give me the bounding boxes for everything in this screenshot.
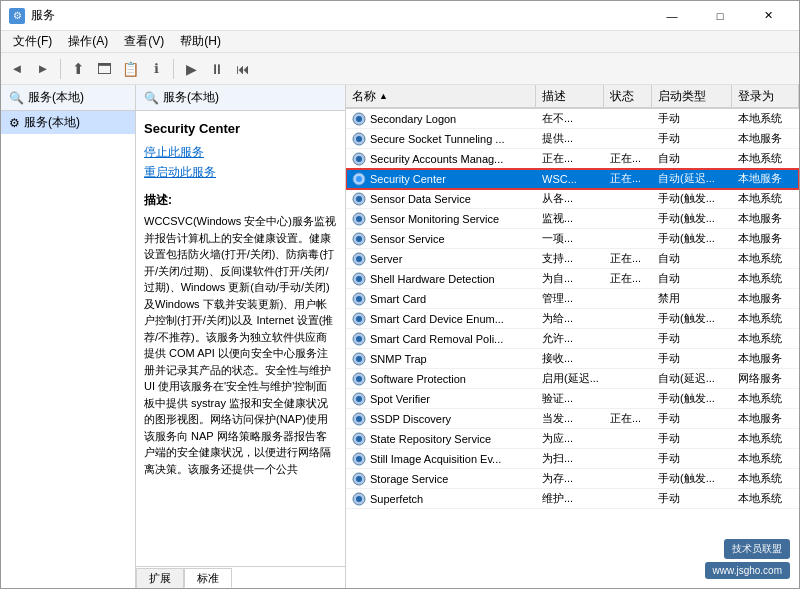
toolbar-separator-2: [173, 59, 174, 79]
table-row[interactable]: SNMP Trap 接收... 手动 本地服务: [346, 349, 799, 369]
service-icon: [352, 272, 366, 286]
cell-service-login: 本地系统: [732, 189, 799, 208]
table-row[interactable]: Sensor Service 一项... 手动(触发... 本地服务: [346, 229, 799, 249]
show-hide-button[interactable]: 🗖: [92, 57, 116, 81]
restart-button[interactable]: ⏮: [231, 57, 255, 81]
table-row[interactable]: Sensor Data Service 从各... 手动(触发... 本地系统: [346, 189, 799, 209]
cell-service-startup: 手动(触发...: [652, 389, 732, 408]
cell-service-login: 网络服务: [732, 369, 799, 388]
svg-point-9: [356, 196, 362, 202]
play-button[interactable]: ▶: [179, 57, 203, 81]
cell-service-startup: 自动(延迟...: [652, 169, 732, 188]
table-row[interactable]: SSDP Discovery 当发... 正在... 手动 本地服务: [346, 409, 799, 429]
table-row[interactable]: Shell Hardware Detection 为自... 正在... 自动 …: [346, 269, 799, 289]
table-row[interactable]: Sensor Monitoring Service 监视... 手动(触发...…: [346, 209, 799, 229]
forward-button[interactable]: ►: [31, 57, 55, 81]
cell-service-name: Security Accounts Manag...: [346, 149, 536, 168]
menu-help[interactable]: 帮助(H): [172, 31, 229, 52]
cell-service-startup: 自动: [652, 249, 732, 268]
cell-service-status: 正在...: [604, 269, 652, 288]
cell-service-name: Storage Service: [346, 469, 536, 488]
svg-point-25: [356, 356, 362, 362]
menu-file[interactable]: 文件(F): [5, 31, 60, 52]
sidebar-item-local-services[interactable]: ⚙ 服务(本地): [1, 111, 135, 134]
col-header-login[interactable]: 登录为: [732, 85, 799, 107]
toolbar-separator-1: [60, 59, 61, 79]
service-icon: [352, 452, 366, 466]
service-rows[interactable]: Secondary Logon 在不... 手动 本地系统 Secure Soc…: [346, 109, 799, 588]
col-header-desc[interactable]: 描述: [536, 85, 604, 107]
cell-service-desc: 为给...: [536, 309, 604, 328]
table-row[interactable]: Secondary Logon 在不... 手动 本地系统: [346, 109, 799, 129]
cell-service-status: [604, 129, 652, 148]
back-button[interactable]: ◄: [5, 57, 29, 81]
sort-arrow: ▲: [379, 91, 388, 101]
table-row[interactable]: Server 支持... 正在... 自动 本地系统: [346, 249, 799, 269]
table-row[interactable]: Superfetch 维护... 手动 本地系统: [346, 489, 799, 509]
svg-point-27: [356, 376, 362, 382]
cell-service-desc: 当发...: [536, 409, 604, 428]
cell-service-name: Smart Card Device Enum...: [346, 309, 536, 328]
table-row[interactable]: Security Center WSC... 正在... 自动(延迟... 本地…: [346, 169, 799, 189]
table-row[interactable]: Still Image Acquisition Ev... 为扫... 手动 本…: [346, 449, 799, 469]
cell-service-login: 本地系统: [732, 309, 799, 328]
restart-service-link[interactable]: 重启动此服务: [144, 162, 337, 182]
cell-service-desc: 一项...: [536, 229, 604, 248]
service-icon: [352, 112, 366, 126]
col-header-status[interactable]: 状态: [604, 85, 652, 107]
table-row[interactable]: Storage Service 为存... 手动(触发... 本地系统: [346, 469, 799, 489]
cell-service-startup: 自动: [652, 149, 732, 168]
service-icon: [352, 412, 366, 426]
table-row[interactable]: Smart Card Device Enum... 为给... 手动(触发...…: [346, 309, 799, 329]
service-icon: [352, 492, 366, 506]
tab-standard[interactable]: 标准: [184, 568, 232, 588]
menu-action[interactable]: 操作(A): [60, 31, 116, 52]
stop-service-link[interactable]: 停止此服务: [144, 142, 337, 162]
table-row[interactable]: Secure Socket Tunneling ... 提供... 手动 本地服…: [346, 129, 799, 149]
sidebar-item-label: 服务(本地): [24, 114, 80, 131]
table-row[interactable]: Software Protection 启用(延迟... 自动(延迟... 网络…: [346, 369, 799, 389]
list-header: 名称 ▲ 描述 状态 启动类型 登录为: [346, 85, 799, 109]
col-header-startup[interactable]: 启动类型: [652, 85, 732, 107]
col-header-name[interactable]: 名称 ▲: [346, 85, 536, 107]
cell-service-desc: 为应...: [536, 429, 604, 448]
cell-service-name: Superfetch: [346, 489, 536, 508]
svg-point-17: [356, 276, 362, 282]
close-button[interactable]: ✕: [745, 1, 791, 31]
service-icon: [352, 132, 366, 146]
minimize-button[interactable]: —: [649, 1, 695, 31]
cell-service-startup: 手动(触发...: [652, 229, 732, 248]
cell-service-login: 本地系统: [732, 249, 799, 268]
service-icon: [352, 292, 366, 306]
main-content: 🔍 服务(本地) ⚙ 服务(本地) 🔍 服务(本地) Security Cent…: [1, 85, 799, 588]
description-text: WCCSVC(Windows 安全中心)服务监视并报告计算机上的安全健康设置。健…: [136, 211, 345, 566]
service-icon: [352, 152, 366, 166]
cell-service-login: 本地系统: [732, 449, 799, 468]
cell-service-status: 正在...: [604, 149, 652, 168]
cell-service-login: 本地服务: [732, 129, 799, 148]
up-button[interactable]: ⬆: [66, 57, 90, 81]
cell-service-status: [604, 189, 652, 208]
table-row[interactable]: State Repository Service 为应... 手动 本地系统: [346, 429, 799, 449]
maximize-button[interactable]: □: [697, 1, 743, 31]
cell-service-login: 本地系统: [732, 109, 799, 128]
service-icon: [352, 192, 366, 206]
service-list-panel: 名称 ▲ 描述 状态 启动类型 登录为: [346, 85, 799, 588]
table-row[interactable]: Smart Card Removal Poli... 允许... 手动 本地系统: [346, 329, 799, 349]
table-row[interactable]: Spot Verifier 验证... 手动(触发... 本地系统: [346, 389, 799, 409]
cell-service-login: 本地系统: [732, 149, 799, 168]
cell-service-desc: 支持...: [536, 249, 604, 268]
tab-extended[interactable]: 扩展: [136, 568, 184, 588]
cell-service-name: Still Image Acquisition Ev...: [346, 449, 536, 468]
action-links: 停止此服务 重启动此服务: [136, 140, 345, 184]
info-button[interactable]: ℹ: [144, 57, 168, 81]
cell-service-desc: 为存...: [536, 469, 604, 488]
window-controls: — □ ✕: [649, 1, 791, 31]
properties-button[interactable]: 📋: [118, 57, 142, 81]
menu-view[interactable]: 查看(V): [116, 31, 172, 52]
cell-service-startup: 禁用: [652, 289, 732, 308]
table-row[interactable]: Smart Card 管理... 禁用 本地服务: [346, 289, 799, 309]
pause-button[interactable]: ⏸: [205, 57, 229, 81]
table-row[interactable]: Security Accounts Manag... 正在... 正在... 自…: [346, 149, 799, 169]
service-icon: [352, 252, 366, 266]
